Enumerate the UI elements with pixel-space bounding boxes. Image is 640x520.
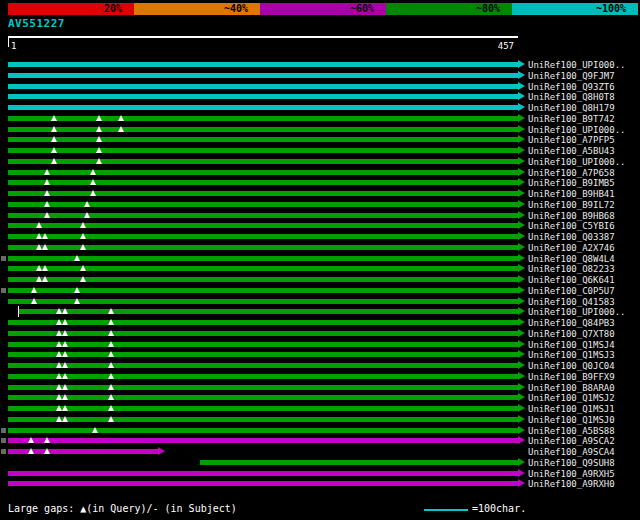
alignment-bar[interactable] — [8, 159, 518, 164]
hit-label[interactable]: UniRef100_Q93ZT6 — [528, 82, 615, 92]
alignment-bar[interactable] — [8, 137, 518, 142]
hit-label[interactable]: UniRef100_Q8H0T8 — [528, 92, 615, 102]
large-gap-marker-icon — [80, 265, 86, 271]
hit-label[interactable]: UniRef100_Q1MSJ2 — [528, 393, 615, 403]
large-gap-marker-icon — [108, 341, 114, 347]
hit-label[interactable]: UniRef100_A9RXH0 — [528, 479, 615, 489]
strand-arrowhead-icon — [518, 135, 525, 143]
alignment-bar[interactable] — [8, 385, 518, 390]
alignment-bar[interactable] — [8, 127, 518, 132]
hit-label[interactable]: UniRef100_B9HB41 — [528, 189, 615, 199]
hit-label[interactable]: UniRef100_C0P5U7 — [528, 286, 615, 296]
alignment-bar[interactable] — [8, 62, 518, 67]
large-gap-marker-icon — [80, 276, 86, 282]
alignment-bar[interactable] — [8, 352, 518, 357]
hit-label[interactable]: UniRef100_Q9SUH8 — [528, 458, 615, 468]
hit-label[interactable]: UniRef100_Q1MSJ0 — [528, 415, 615, 425]
alignment-bar[interactable] — [8, 73, 518, 78]
alignment-row: UniRef100_A9RXH0 — [0, 478, 640, 489]
alignment-bar[interactable] — [8, 331, 518, 336]
hit-label[interactable]: UniRef100_A5BS88 — [528, 426, 615, 436]
hit-label[interactable]: UniRef100_Q03387 — [528, 232, 615, 242]
hit-label[interactable]: UniRef100_Q6K641 — [528, 275, 615, 285]
alignment-bar[interactable] — [8, 471, 518, 476]
alignment-bar[interactable] — [8, 94, 518, 99]
strand-arrowhead-icon — [518, 350, 525, 358]
alignment-bar[interactable] — [8, 374, 518, 379]
alignment-rows: UniRef100_UPI000..UniRef100_Q9FJM7UniRef… — [0, 59, 640, 489]
strand-arrowhead-icon — [518, 275, 525, 283]
hit-label[interactable]: UniRef100_UPI000.. — [528, 60, 626, 70]
strand-arrowhead-icon — [518, 103, 525, 111]
hit-label[interactable]: UniRef100_Q84PB3 — [528, 318, 615, 328]
alignment-bar[interactable] — [8, 299, 518, 304]
alignment-bar[interactable] — [8, 105, 518, 110]
alignment-bar[interactable] — [8, 191, 518, 196]
hit-label[interactable]: UniRef100_A2X746 — [528, 243, 615, 253]
hit-label[interactable]: UniRef100_Q8W4L4 — [528, 254, 615, 264]
hit-label[interactable]: UniRef100_B8ARA0 — [528, 383, 615, 393]
alignment-bar[interactable] — [8, 288, 518, 293]
alignment-bar[interactable] — [8, 320, 518, 325]
hit-label[interactable]: UniRef100_O82233 — [528, 264, 615, 274]
alignment-bar[interactable] — [8, 417, 518, 422]
alignment-bar[interactable] — [8, 84, 518, 89]
unaligned-flank-mark — [1, 438, 6, 443]
alignment-bar[interactable] — [8, 116, 518, 121]
hit-label[interactable]: UniRef100_Q1MSJ4 — [528, 340, 615, 350]
alignment-bar[interactable] — [18, 309, 518, 314]
large-gap-marker-icon — [51, 136, 57, 142]
strand-arrowhead-icon — [518, 297, 525, 305]
hit-label[interactable]: UniRef100_UPI000.. — [528, 125, 626, 135]
alignment-row: UniRef100_Q1MSJ1 — [0, 403, 640, 414]
alignment-row: UniRef100_A9SCA2 — [0, 435, 640, 446]
alignment-row: UniRef100_A5BU43 — [0, 145, 640, 156]
alignment-row: UniRef100_B9IL72 — [0, 199, 640, 210]
alignment-row: UniRef100_Q7XT80 — [0, 328, 640, 339]
alignment-bar[interactable] — [8, 438, 518, 443]
strand-arrowhead-icon — [518, 82, 525, 90]
strand-arrowhead-icon — [518, 71, 525, 79]
alignment-bar[interactable] — [8, 170, 518, 175]
strand-arrowhead-icon — [518, 479, 525, 487]
alignment-bar[interactable] — [8, 406, 518, 411]
hit-label[interactable]: UniRef100_B9FFX9 — [528, 372, 615, 382]
alignment-row: UniRef100_A7PFP5 — [0, 134, 640, 145]
alignment-bar[interactable] — [8, 256, 518, 261]
hit-label[interactable]: UniRef100_A7PFP5 — [528, 135, 615, 145]
hit-label[interactable]: UniRef100_Q41583 — [528, 297, 615, 307]
hit-label[interactable]: UniRef100_A5BU43 — [528, 146, 615, 156]
large-gap-marker-icon — [90, 179, 96, 185]
hit-label[interactable]: UniRef100_B9T742 — [528, 114, 615, 124]
hit-label[interactable]: UniRef100_Q1MSJ1 — [528, 404, 615, 414]
hit-label[interactable]: UniRef100_UPI000.. — [528, 157, 626, 167]
hit-label[interactable]: UniRef100_A9SCA4 — [528, 447, 615, 457]
alignment-row: UniRef100_B9HB68 — [0, 210, 640, 221]
hit-label[interactable]: UniRef100_B9IMB5 — [528, 178, 615, 188]
hit-label[interactable]: UniRef100_A7P658 — [528, 168, 615, 178]
hit-label[interactable]: UniRef100_Q1MSJ3 — [528, 350, 615, 360]
hit-label[interactable]: UniRef100_C5YBI6 — [528, 221, 615, 231]
alignment-bar[interactable] — [8, 148, 518, 153]
hit-label[interactable]: UniRef100_Q8H179 — [528, 103, 615, 113]
hit-label[interactable]: UniRef100_Q7XT80 — [528, 329, 615, 339]
alignment-bar[interactable] — [8, 428, 518, 433]
alignment-row: UniRef100_O82233 — [0, 263, 640, 274]
hit-label[interactable]: UniRef100_Q0JC04 — [528, 361, 615, 371]
alignment-bar[interactable] — [8, 180, 518, 185]
unaligned-flank-mark — [1, 288, 6, 293]
strand-arrowhead-icon — [518, 436, 525, 444]
hit-label[interactable]: UniRef100_Q9FJM7 — [528, 71, 615, 81]
hit-label[interactable]: UniRef100_B9IL72 — [528, 200, 615, 210]
hit-label[interactable]: UniRef100_A9RXH5 — [528, 469, 615, 479]
ruler-end-label: 457 — [8, 41, 514, 51]
hit-label[interactable]: UniRef100_UPI000.. — [528, 307, 626, 317]
hit-label[interactable]: UniRef100_A9SCA2 — [528, 436, 615, 446]
identity-scale-segment: ~40% — [134, 3, 260, 15]
alignment-bar[interactable] — [200, 460, 518, 465]
alignment-bar[interactable] — [8, 481, 518, 486]
hit-label[interactable]: UniRef100_B9HB68 — [528, 211, 615, 221]
alignment-bar[interactable] — [8, 395, 518, 400]
alignment-bar[interactable] — [8, 342, 518, 347]
alignment-bar[interactable] — [8, 363, 518, 368]
